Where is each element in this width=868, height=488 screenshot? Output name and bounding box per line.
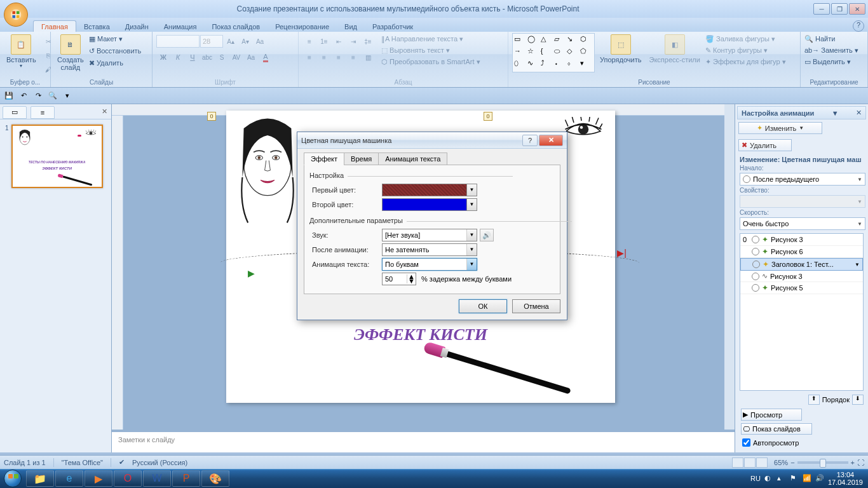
taskbar-word[interactable]: W xyxy=(143,470,171,487)
taskbar-powerpoint[interactable]: P xyxy=(172,470,200,487)
close-button[interactable]: ✕ xyxy=(849,3,865,15)
anim-pane-menu[interactable]: ▼ xyxy=(832,109,839,117)
office-button[interactable] xyxy=(4,3,28,27)
new-slide-button[interactable]: 🗎Создать слайд xyxy=(55,33,86,72)
fit-button[interactable]: ⛶ xyxy=(857,459,864,466)
indent-dec-button[interactable]: ⇤ xyxy=(332,34,346,48)
case-button[interactable]: Aa xyxy=(244,50,258,64)
taskbar-paint[interactable]: 🎨 xyxy=(201,470,229,487)
slideshow-view-button[interactable] xyxy=(756,458,768,468)
shapes-gallery[interactable]: ▭◯△▱↘⬡ →☆{⬭◇⬠ ⬯∿⤴⬩⬨▾ xyxy=(512,33,595,72)
start-button[interactable] xyxy=(0,469,25,488)
tray-show-hidden[interactable]: ▴ xyxy=(777,474,786,483)
taskbar-opera[interactable]: O xyxy=(114,470,142,487)
dialog-help-button[interactable]: ? xyxy=(522,135,538,146)
shrink-font-button[interactable]: A▾ xyxy=(238,34,252,48)
zoom-percent[interactable]: 65% xyxy=(774,459,788,466)
notes-pane[interactable]: Заметки к слайду xyxy=(112,430,735,452)
qat-ext1[interactable]: 🔍 xyxy=(46,90,59,102)
dialog-titlebar[interactable]: Цветная пишущая машинка ? ✕ xyxy=(297,132,567,149)
align-left-button[interactable]: ≡ xyxy=(302,50,316,64)
help-button[interactable]: ? xyxy=(853,20,864,32)
arrange-button[interactable]: ⬚Упорядочить xyxy=(597,33,644,65)
tray-icon[interactable]: ◐ xyxy=(764,474,773,483)
second-color-picker[interactable]: ▼ xyxy=(382,198,477,211)
spellcheck-icon[interactable]: ✔ xyxy=(119,458,125,466)
taskbar-explorer[interactable]: 📁 xyxy=(26,470,54,487)
font-color-button[interactable]: A xyxy=(259,50,273,64)
line-spacing-button[interactable]: ‡≡ xyxy=(361,34,375,48)
effect-item[interactable]: ✦Рисунок 5 xyxy=(740,282,863,294)
text-direction-button[interactable]: ‖A Направление текста ▾ xyxy=(381,34,480,44)
slideshow-button[interactable]: 🖵 Показ слайдов xyxy=(741,423,812,435)
reset-button[interactable]: ↺ Восстановить xyxy=(89,46,142,56)
sound-preview-button[interactable]: 🔊 xyxy=(480,229,494,241)
layout-button[interactable]: ▦ Макет ▾ xyxy=(89,34,142,44)
quick-styles-button[interactable]: ◧Экспресс-стили xyxy=(646,33,702,65)
tab-animation[interactable]: Анимация xyxy=(156,21,205,32)
ok-button[interactable]: ОК xyxy=(459,299,507,313)
delay-spinner[interactable]: 50▲▼ xyxy=(382,273,416,285)
bold-button[interactable]: Ж xyxy=(156,50,170,64)
status-lang[interactable]: Русский (Россия) xyxy=(132,459,187,466)
start-select[interactable]: После предыдущего▼ xyxy=(740,173,865,186)
remove-effect-button[interactable]: ✖Удалить xyxy=(738,139,792,151)
sorter-view-button[interactable] xyxy=(744,458,756,468)
shadow-button[interactable]: S xyxy=(215,50,229,64)
reorder-down[interactable]: ⬇ xyxy=(852,395,864,405)
align-center-button[interactable]: ≡ xyxy=(317,50,331,64)
minimize-button[interactable]: ─ xyxy=(813,3,830,15)
columns-button[interactable]: ▥ xyxy=(361,50,375,64)
slide-thumbnail[interactable]: ТЕСТЫ ПО НАНЕСЕНИЮ МАКИЯЖА ЭФФЕКТ КИСТИ xyxy=(11,125,103,188)
paste-button[interactable]: 📋Вставить▾ xyxy=(4,33,39,71)
indent-inc-button[interactable]: ⇥ xyxy=(346,34,360,48)
tray-clock[interactable]: 13:0417.04.2019 xyxy=(828,471,863,486)
tab-home[interactable]: Главная xyxy=(33,20,76,32)
shape-fill-button[interactable]: 🪣 Заливка фигуры ▾ xyxy=(705,34,786,44)
reorder-up[interactable]: ⬆ xyxy=(808,395,820,405)
tab-developer[interactable]: Разработчик xyxy=(365,21,421,32)
shape-effects-button[interactable]: ✦ Эффекты для фигур ▾ xyxy=(705,57,786,67)
dialog-tab-timing[interactable]: Время xyxy=(344,152,379,165)
taskbar-mediaplayer[interactable]: ▶ xyxy=(85,470,112,487)
anim-pane-close[interactable]: ✕ xyxy=(856,109,862,117)
effect-item-selected[interactable]: ✦Заголовок 1: Тест...▼ xyxy=(740,258,863,271)
tray-volume-icon[interactable]: 🔊 xyxy=(815,474,824,483)
dialog-tab-effect[interactable]: Эффект xyxy=(304,152,344,165)
scrollbar-vertical[interactable] xyxy=(724,104,735,452)
replace-button[interactable]: ab→ Заменить ▾ xyxy=(804,46,858,55)
tab-insert[interactable]: Вставка xyxy=(76,21,118,32)
effect-item[interactable]: ∿Рисунок 3 xyxy=(740,271,863,282)
numbering-button[interactable]: 1≡ xyxy=(317,34,331,48)
outline-tab[interactable]: ≡ xyxy=(31,106,55,119)
find-button[interactable]: 🔍 Найти xyxy=(804,34,835,44)
clear-format-button[interactable]: Aa xyxy=(253,34,267,48)
speed-select[interactable]: Очень быстро▼ xyxy=(740,217,865,230)
dialog-close-button[interactable]: ✕ xyxy=(539,135,563,146)
after-anim-combo[interactable]: Не затемнять▼ xyxy=(382,243,477,256)
change-effect-button[interactable]: ✦Изменить ▼ xyxy=(738,122,822,134)
save-button[interactable]: 💾 xyxy=(3,90,15,102)
tab-view[interactable]: Вид xyxy=(337,21,365,32)
tab-design[interactable]: Дизайн xyxy=(118,21,156,32)
zoom-slider[interactable] xyxy=(797,461,848,464)
maximize-button[interactable]: ❐ xyxy=(831,3,848,15)
italic-button[interactable]: К xyxy=(171,50,185,64)
dialog-tab-textanim[interactable]: Анимация текста xyxy=(378,152,447,165)
font-size-combo[interactable]: 28 xyxy=(200,35,223,48)
grow-font-button[interactable]: A▴ xyxy=(224,34,238,48)
bullets-button[interactable]: ≡ xyxy=(302,34,316,48)
redo-button[interactable]: ↷ xyxy=(32,90,44,102)
preview-button[interactable]: ▶ Просмотр xyxy=(741,409,802,421)
autopreview-checkbox[interactable] xyxy=(742,438,750,447)
justify-button[interactable]: ≡ xyxy=(346,50,360,64)
undo-button[interactable]: ↶ xyxy=(17,90,30,102)
tab-review[interactable]: Рецензирование xyxy=(268,21,337,32)
qat-more[interactable]: ▾ xyxy=(61,90,74,102)
delete-slide-button[interactable]: ✖ Удалить xyxy=(89,58,142,68)
text-anim-combo[interactable]: По буквам▼ xyxy=(382,258,477,271)
first-color-picker[interactable]: ▼ xyxy=(382,184,477,196)
font-family-combo[interactable] xyxy=(156,35,200,48)
align-right-button[interactable]: ≡ xyxy=(332,50,346,64)
underline-button[interactable]: Ч xyxy=(186,50,200,64)
